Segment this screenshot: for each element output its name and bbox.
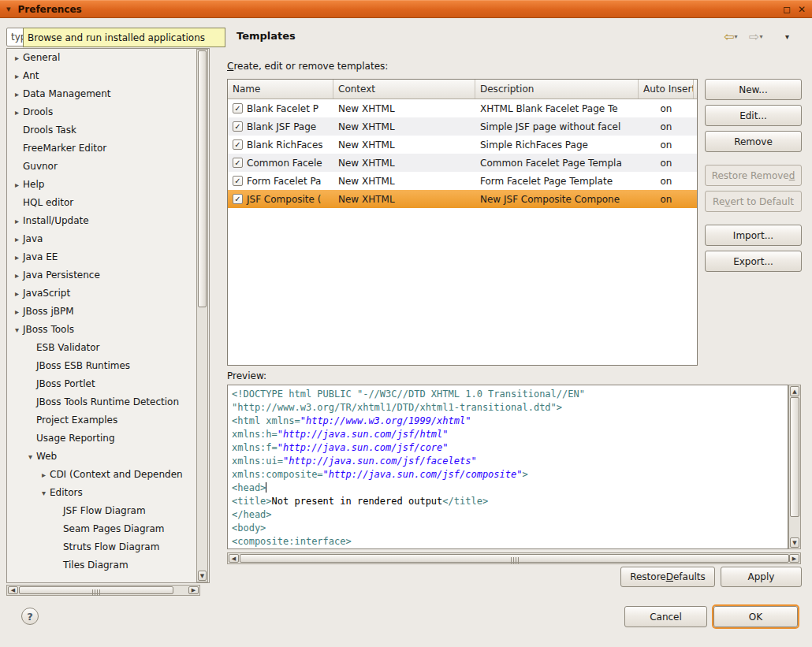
column-header-context[interactable]: Context [333, 80, 475, 99]
column-header-auto-insert[interactable]: Auto Insert [639, 80, 694, 99]
sidebar-item-jboss-esb-runtimes[interactable]: JBoss ESB Runtimes [7, 357, 209, 375]
expand-arrow-icon[interactable]: ▸ [11, 67, 23, 85]
column-header-description[interactable]: Description [475, 80, 639, 99]
sidebar-item-ant[interactable]: ▸Ant [7, 67, 209, 85]
sidebar-item-jsf-flow-diagram[interactable]: JSF Flow Diagram [7, 502, 209, 520]
sidebar-item-freemarker-editor[interactable]: FreeMarker Editor [7, 139, 209, 158]
templates-table[interactable]: NameContextDescriptionAuto Insert ✓Blank… [227, 79, 698, 366]
maximize-icon[interactable]: ◻ [783, 4, 791, 15]
table-row[interactable]: ✓Form Facelet PaNew XHTMLForm Facelet Pa… [228, 172, 697, 190]
sidebar-item-java-ee[interactable]: ▸Java EE [7, 248, 209, 266]
template-checkbox[interactable]: ✓ [233, 139, 243, 150]
template-checkbox[interactable]: ✓ [233, 158, 243, 168]
sidebar-item-editors[interactable]: ▾Editors [7, 484, 209, 502]
table-row[interactable]: ✓Blank JSF PageNew XHTMLSimple JSF page … [228, 117, 697, 136]
sidebar-item-esb-validator[interactable]: ESB Validator [7, 339, 209, 357]
ok-button[interactable]: OK [713, 606, 798, 627]
sidebar-item-help[interactable]: ▸Help [7, 176, 209, 194]
sidebar-item-install-update[interactable]: ▸Install/Update [7, 212, 209, 230]
sidebar-item-java-persistence[interactable]: ▸Java Persistence [7, 266, 209, 284]
text-cursor [266, 482, 266, 493]
collapse-arrow-icon[interactable]: ▾ [38, 484, 50, 502]
sidebar-item-jboss-tools[interactable]: ▾JBoss Tools [7, 321, 209, 339]
table-row[interactable]: ✓JSF Composite (New XHTMLNew JSF Composi… [228, 190, 697, 208]
template-checkbox[interactable]: ✓ [233, 176, 243, 186]
sidebar-item-tiles-diagram[interactable]: Tiles Diagram [7, 556, 209, 574]
sidebar-item-project-examples[interactable]: Project Examples [7, 411, 209, 429]
expand-arrow-icon[interactable]: ▸ [11, 212, 23, 230]
remove-button[interactable]: Remove [705, 131, 802, 152]
titlebar[interactable]: ▾ Preferences ◻ ✕ [0, 0, 812, 18]
view-menu-icon[interactable]: ▾ [785, 32, 789, 41]
scroll-right-icon[interactable]: ▶ [188, 586, 199, 594]
expand-arrow-icon[interactable]: ▸ [11, 303, 23, 321]
preview-vscroll-thumb[interactable] [790, 397, 799, 517]
expand-arrow-icon[interactable]: ▸ [11, 266, 23, 284]
scroll-right-icon[interactable]: ▶ [789, 554, 799, 563]
table-row[interactable]: ✓Blank RichFacesNew XHTMLSimple RichFace… [228, 136, 697, 154]
sidebar-item-guvnor[interactable]: Guvnor [7, 158, 209, 176]
sidebar-item-general[interactable]: ▸General [7, 49, 209, 67]
table-row[interactable]: ✓Blank Facelet PNew XHTMLXHTML Blank Fac… [228, 99, 697, 117]
template-checkbox[interactable]: ✓ [233, 194, 243, 204]
sidebar-item-struts-flow-diagram[interactable]: Struts Flow Diagram [7, 538, 209, 556]
expand-arrow-icon[interactable]: ▸ [11, 284, 23, 303]
back-button[interactable]: ⇦▾ [724, 29, 737, 44]
sidebar-item-label: Guvnor [23, 158, 58, 176]
collapse-arrow-icon[interactable]: ▾ [11, 321, 23, 339]
sidebar-item-data-management[interactable]: ▸Data Management [7, 85, 209, 103]
expand-arrow-icon[interactable]: ▸ [11, 176, 23, 194]
template-checkbox[interactable]: ✓ [233, 121, 243, 132]
tree-vertical-scrollbar[interactable]: ▼ [196, 49, 208, 582]
preview-horizontal-scrollbar[interactable]: ◀ ▶ [227, 552, 801, 564]
table-body[interactable]: ✓Blank Facelet PNew XHTMLXHTML Blank Fac… [228, 99, 697, 208]
column-header-name[interactable]: Name [228, 80, 333, 99]
window-menu-icon[interactable]: ▾ [6, 4, 11, 14]
context-cell: New XHTML [333, 190, 475, 208]
preview-hscroll-thumb[interactable] [240, 554, 789, 563]
export-button[interactable]: Export... [705, 251, 802, 272]
expand-arrow-icon[interactable]: ▸ [11, 103, 23, 121]
sidebar-item-jboss-tools-runtime-detection[interactable]: JBoss Tools Runtime Detection [7, 393, 209, 411]
edit-button[interactable]: Edit... [705, 105, 802, 126]
tree-horizontal-scrollbar[interactable]: ◀ ▶ [6, 585, 200, 596]
sidebar-item-javascript[interactable]: ▸JavaScript [7, 284, 209, 303]
sidebar-item-java[interactable]: ▸Java [7, 230, 209, 248]
sidebar-item-hql-editor[interactable]: HQL editor [7, 194, 209, 212]
preview-vertical-scrollbar[interactable]: ▲ ▼ [788, 385, 801, 549]
tree-vscroll-thumb[interactable] [198, 50, 207, 307]
expand-arrow-icon[interactable]: ▸ [11, 49, 23, 67]
expand-arrow-icon[interactable]: ▸ [11, 230, 23, 248]
sidebar-item-cdi-context-and-dependen[interactable]: ▸CDI (Context and Dependen [7, 466, 209, 484]
collapse-arrow-icon[interactable]: ▾ [24, 448, 36, 466]
sidebar-item-drools-task[interactable]: Drools Task [7, 121, 209, 139]
import-button[interactable]: Import... [705, 225, 802, 246]
close-icon[interactable]: ✕ [798, 4, 806, 15]
scroll-left-icon[interactable]: ◀ [229, 554, 239, 563]
sidebar-item-jboss-jbpm[interactable]: ▸JBoss jBPM [7, 303, 209, 321]
back-dropdown-icon[interactable]: ▾ [734, 33, 737, 40]
table-header-row[interactable]: NameContextDescriptionAuto Insert [228, 80, 697, 99]
sidebar-item-drools[interactable]: ▸Drools [7, 103, 209, 121]
scroll-down-icon[interactable]: ▼ [790, 537, 799, 548]
preferences-tree[interactable]: ▸General▸Ant▸Data Management▸DroolsDrool… [6, 48, 210, 583]
scroll-up-icon[interactable]: ▲ [790, 386, 799, 396]
preview-code-area[interactable]: <!DOCTYPE html PUBLIC "-//W3C//DTD XHTML… [227, 385, 788, 549]
restore-defaults-button[interactable]: Restore Defaults [620, 567, 715, 587]
scroll-left-icon[interactable]: ◀ [8, 586, 18, 594]
expand-arrow-icon[interactable]: ▸ [11, 248, 23, 266]
help-button[interactable]: ? [21, 608, 39, 625]
sidebar-item-seam-pages-diagram[interactable]: Seam Pages Diagram [7, 520, 209, 538]
tree-hscroll-thumb[interactable] [19, 586, 173, 594]
table-row[interactable]: ✓Common FaceleNew XHTMLCommon Facelet Pa… [228, 154, 697, 172]
scroll-down-icon[interactable]: ▼ [198, 571, 207, 581]
expand-arrow-icon[interactable]: ▸ [11, 85, 23, 103]
apply-button[interactable]: Apply [721, 567, 802, 587]
sidebar-item-web[interactable]: ▾Web [7, 448, 209, 466]
expand-arrow-icon[interactable]: ▸ [38, 466, 50, 484]
template-checkbox[interactable]: ✓ [233, 103, 243, 113]
sidebar-item-jboss-portlet[interactable]: JBoss Portlet [7, 375, 209, 393]
cancel-button[interactable]: Cancel [624, 606, 707, 627]
new-button[interactable]: New... [705, 79, 802, 100]
sidebar-item-usage-reporting[interactable]: Usage Reporting [7, 429, 209, 448]
